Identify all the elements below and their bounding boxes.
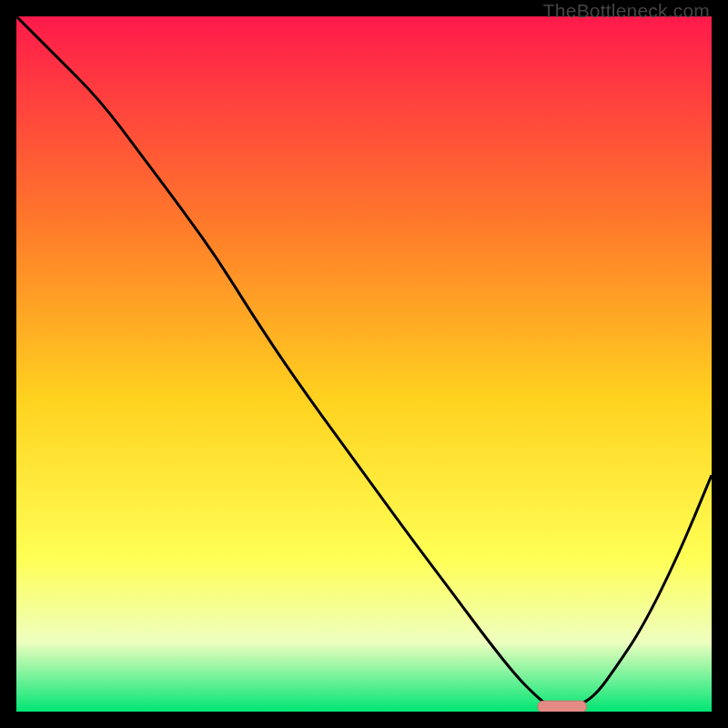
bottleneck-curve-chart	[16, 16, 712, 712]
gradient-background	[16, 16, 712, 712]
watermark-text: TheBottleneck.com	[543, 0, 710, 22]
chart-frame: TheBottleneck.com	[0, 0, 728, 728]
plot-area	[16, 16, 712, 712]
optimal-range-marker	[538, 701, 587, 712]
